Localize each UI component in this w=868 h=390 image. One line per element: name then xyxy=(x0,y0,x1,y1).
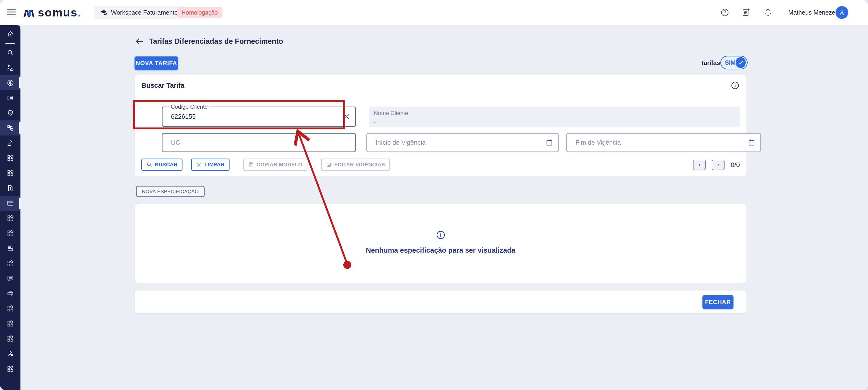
buscar-button[interactable]: BUSCAR xyxy=(141,158,183,171)
search-icon xyxy=(146,161,152,168)
sidebar-item-apps-5[interactable] xyxy=(0,256,21,271)
avatar-person-icon xyxy=(838,9,846,16)
sidebar-item-register[interactable] xyxy=(0,241,21,256)
sidebar-item-legal[interactable] xyxy=(0,136,21,151)
grid-icon xyxy=(7,335,14,342)
grid-icon xyxy=(7,305,14,312)
page-header: Tarifas Diferenciadas de Fornecimento xyxy=(134,37,283,46)
sidebar-item-customers[interactable] xyxy=(0,60,21,75)
logo-text: somus xyxy=(38,6,78,19)
environment-badge: Homologação xyxy=(177,7,222,18)
chat-icon xyxy=(7,275,14,282)
fechar-button[interactable]: FECHAR xyxy=(703,295,734,309)
register-icon xyxy=(7,245,14,252)
uc-input[interactable] xyxy=(171,133,339,151)
grid-icon xyxy=(7,169,14,177)
sidebar-item-apps-1[interactable] xyxy=(0,151,21,166)
sidebar-item-apps-7[interactable] xyxy=(0,316,21,331)
check-icon xyxy=(738,60,744,66)
chevron-right-icon xyxy=(716,162,721,168)
printer-icon xyxy=(7,290,14,297)
release-notes-icon[interactable] xyxy=(741,8,751,17)
sidebar-item-print[interactable] xyxy=(0,286,21,301)
nome-cliente-panel: Nome Cliente - xyxy=(369,107,740,127)
inicio-vigencia-field xyxy=(366,133,559,152)
editar-vigencias-button[interactable]: EDITAR VIGÊNCIAS xyxy=(321,158,390,171)
buscar-tarifa-card: Buscar Tarifa Código Cliente Nome Client… xyxy=(134,75,747,177)
menu-icon[interactable] xyxy=(7,9,16,16)
person-home-icon xyxy=(7,64,14,71)
sidebar-item-messages[interactable] xyxy=(0,271,21,286)
toggle-knob xyxy=(736,57,746,68)
sidebar-item-apps-2[interactable] xyxy=(0,166,21,181)
toggle-value: SIM xyxy=(725,59,736,66)
workspace-lock-icon xyxy=(100,8,108,17)
sidebar-item-apps-8[interactable] xyxy=(0,331,21,346)
tarifas-vigentes-toggle[interactable]: SIM xyxy=(720,56,748,69)
grid-icon xyxy=(7,214,14,222)
hierarchy-icon xyxy=(7,124,14,132)
sidebar-item-apps-9[interactable] xyxy=(0,361,21,377)
inicio-vigencia-input[interactable] xyxy=(376,133,541,151)
avatar[interactable] xyxy=(836,6,848,19)
grid-icon xyxy=(7,365,14,372)
fim-vigencia-input[interactable] xyxy=(576,133,744,151)
prev-page-button[interactable] xyxy=(693,160,706,170)
sidebar-item-tools[interactable] xyxy=(0,346,21,361)
footer-bar: FECHAR xyxy=(134,290,747,313)
copy-icon xyxy=(248,161,254,168)
limpar-button[interactable]: LIMPAR xyxy=(191,158,229,171)
sidebar-item-billing[interactable] xyxy=(0,75,21,90)
sidebar-item-wallet[interactable] xyxy=(0,90,21,106)
uc-field xyxy=(162,133,356,152)
especificacoes-empty-card: Nenhuma especificação para ser visualiza… xyxy=(134,204,747,284)
topbar: ʍ somus . Workspace Faturamento Homologa… xyxy=(0,0,868,25)
sidebar-item-hierarchy[interactable] xyxy=(0,120,21,136)
page-title: Tarifas Diferenciadas de Fornecimento xyxy=(149,37,283,46)
notifications-bell-icon[interactable] xyxy=(763,8,773,17)
grid-icon xyxy=(7,260,14,267)
info-icon xyxy=(436,230,446,240)
sidebar-item-invoice[interactable] xyxy=(0,181,21,196)
nome-cliente-label: Nome Cliente xyxy=(374,110,735,116)
help-icon[interactable] xyxy=(720,8,730,17)
nova-tarifa-button[interactable]: NOVA TARIFA xyxy=(134,56,178,70)
sidebar-item-apps-6[interactable] xyxy=(0,301,21,316)
sidebar-item-apps-4[interactable] xyxy=(0,226,21,241)
grid-icon xyxy=(7,154,14,162)
app-window: ʍ somus . Workspace Faturamento Homologa… xyxy=(0,0,868,390)
codigo-cliente-field: Código Cliente xyxy=(162,107,356,127)
clear-x-icon[interactable] xyxy=(343,113,351,121)
search-icon xyxy=(7,49,14,56)
chevron-left-icon xyxy=(697,162,702,168)
fim-vigencia-field xyxy=(566,133,761,152)
shield-icon xyxy=(7,109,14,117)
grid-icon xyxy=(7,230,14,237)
dollar-icon xyxy=(7,79,14,87)
sidebar-item-home[interactable] xyxy=(0,26,21,41)
search-actions: BUSCAR LIMPAR COPIAR MODELO EDITAR VIGÊN… xyxy=(141,158,390,171)
empty-message: Nenhuma especificação para ser visualiza… xyxy=(135,246,746,254)
workspace-selector[interactable]: Workspace Faturamento xyxy=(94,6,183,19)
card-info-icon[interactable] xyxy=(731,81,740,90)
main-content: Tarifas Diferenciadas de Fornecimento NO… xyxy=(21,25,868,390)
sidebar-item-apps-3[interactable] xyxy=(0,211,21,226)
gavel-icon xyxy=(7,139,14,147)
sidebar-item-tariffs[interactable] xyxy=(0,196,21,211)
copiar-modelo-button[interactable]: COPIAR MODELO xyxy=(243,158,307,171)
calendar-icon[interactable] xyxy=(748,139,755,147)
nome-cliente-value: - xyxy=(374,119,735,126)
home-icon xyxy=(7,30,14,38)
codigo-cliente-input[interactable] xyxy=(171,107,339,126)
calendar-icon[interactable] xyxy=(545,139,553,147)
logo-dot: . xyxy=(78,6,81,19)
next-page-button[interactable] xyxy=(712,160,724,170)
back-arrow-icon[interactable] xyxy=(134,37,144,46)
x-icon xyxy=(196,161,202,168)
workspace-label: Workspace Faturamento xyxy=(111,9,178,16)
page-counter: 0/0 xyxy=(731,161,740,169)
sidebar-item-search[interactable] xyxy=(0,45,21,60)
invoice-icon xyxy=(7,184,14,192)
nova-especificacao-button[interactable]: NOVA ESPECIFICAÇÃO xyxy=(136,186,205,197)
sidebar-item-security[interactable] xyxy=(0,106,21,120)
